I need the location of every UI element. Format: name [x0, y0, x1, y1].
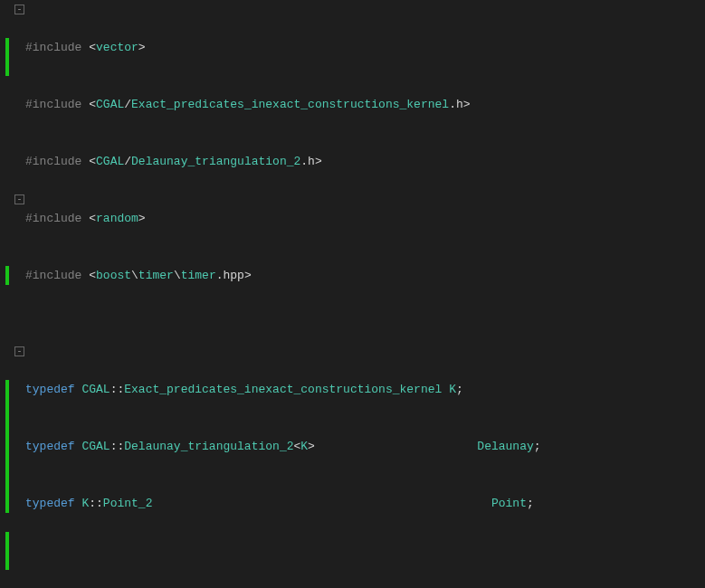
code-line: #include <vector> [25, 38, 705, 57]
code-line: #include <random> [25, 209, 705, 228]
code-area[interactable]: #include <vector> #include <CGAL/Exact_p… [25, 0, 705, 588]
code-editor[interactable]: - - - #include <vector> #include <CGAL/E… [0, 0, 705, 588]
change-marker [5, 38, 9, 76]
fold-toggle[interactable]: - [14, 346, 24, 356]
code-line: #include <CGAL/Delaunay_triangulation_2.… [25, 152, 705, 171]
code-line: typedef CGAL::Exact_predicates_inexact_c… [25, 380, 705, 399]
code-line: typedef CGAL::Delaunay_triangulation_2<K… [25, 437, 705, 456]
change-marker [5, 532, 9, 570]
code-line: #include <CGAL/Exact_predicates_inexact_… [25, 95, 705, 114]
gutter: - - - [0, 0, 25, 588]
code-line [25, 323, 705, 342]
change-marker [5, 266, 9, 285]
change-marker [5, 380, 9, 513]
code-line: typedef K::Point_2 Point; [25, 494, 705, 513]
fold-toggle[interactable]: - [14, 194, 24, 204]
fold-toggle[interactable]: - [14, 5, 24, 14]
code-line: #include <boost\timer\timer.hpp> [25, 266, 705, 285]
code-line [25, 551, 705, 570]
